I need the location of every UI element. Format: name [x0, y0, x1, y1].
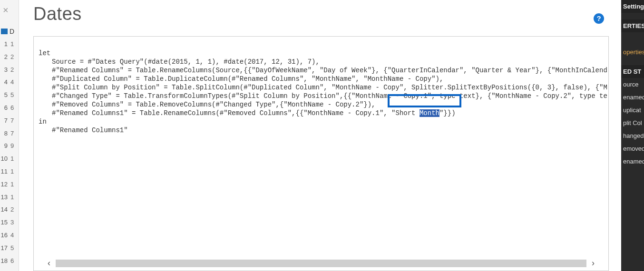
code-line: #"Removed Columns" = Table.RemoveColumns…	[39, 101, 376, 108]
applied-step[interactable]: uplicat	[621, 104, 644, 116]
scroll-left-button[interactable]: ‹	[42, 257, 56, 270]
row-number: 12	[0, 178, 10, 191]
help-icon[interactable]: ?	[594, 13, 604, 24]
settings-header: Settings	[621, 0, 644, 13]
properties-header: ERTIES	[621, 19, 644, 32]
scroll-thumb[interactable]	[56, 260, 586, 267]
row-frag: 6	[10, 102, 19, 115]
row-number: 5	[0, 89, 10, 102]
row-data-fragments: 1 2 2 4 5 6 7 7 9 1 1 1 1 2 3 4 5 6	[10, 38, 19, 267]
row-number: 14	[0, 203, 10, 216]
row-number: 18	[0, 255, 10, 268]
applied-step[interactable]: enamed	[621, 91, 644, 104]
row-number: 1	[0, 38, 10, 51]
row-frag: 4	[10, 229, 19, 242]
row-frag: 1	[10, 191, 19, 204]
advanced-editor-panel: Dates ? let Source = #"Dates Query"(#dat…	[24, 0, 618, 271]
code-line: Source = #"Dates Query"(#date(2015, 1, 1…	[39, 58, 320, 66]
row-frag: 5	[10, 242, 19, 255]
row-number: 8	[0, 127, 10, 140]
row-frag: 2	[10, 64, 19, 77]
row-number: 17	[0, 242, 10, 255]
applied-step[interactable]: ource	[621, 78, 644, 91]
row-number: 7	[0, 115, 10, 127]
code-editor[interactable]: let Source = #"Dates Query"(#date(2015, …	[33, 36, 609, 271]
selected-text: Month	[420, 109, 439, 117]
row-frag: 1	[10, 165, 19, 178]
horizontal-scrollbar[interactable]: ‹ ›	[42, 256, 600, 271]
close-icon[interactable]: ×	[3, 5, 9, 16]
page-title: Dates	[33, 4, 82, 24]
applied-steps-header: ED ST	[621, 65, 644, 78]
row-frag: 9	[10, 140, 19, 153]
table-letter: D	[10, 28, 14, 35]
query-settings-panel: Settings ERTIES operties ED ST ource ena…	[621, 0, 644, 271]
applied-step[interactable]: hanged	[621, 129, 644, 142]
scroll-right-button[interactable]: ›	[586, 257, 600, 270]
applied-step[interactable]: plit Col	[621, 116, 644, 129]
row-frag: 1	[10, 178, 19, 191]
code-line: #"Renamed Columns1" = Table.RenameColumn…	[39, 109, 456, 117]
row-frag: 6	[10, 255, 19, 268]
code-line: #"Split Column by Position" = Table.Spli…	[39, 84, 607, 91]
applied-step[interactable]: enamed	[621, 155, 644, 168]
all-properties-link[interactable]: operties	[621, 46, 644, 58]
code-line: let	[39, 49, 50, 57]
code-line: #"Renamed Columns1"	[39, 126, 128, 134]
scroll-track[interactable]	[56, 260, 586, 267]
table-icon	[1, 29, 8, 34]
row-number: 6	[0, 102, 10, 115]
row-frag: 7	[10, 115, 19, 127]
row-number-gutter: 1 2 3 4 5 6 7 8 9 10 11 12 13 14 15 16 1…	[0, 38, 10, 267]
code-line: #"Changed Type" = Table.TransformColumnT…	[39, 92, 607, 100]
row-frag: 3	[10, 216, 19, 229]
row-number: 11	[0, 165, 10, 178]
row-frag: 4	[10, 76, 19, 89]
row-frag: 2	[10, 203, 19, 216]
row-number: 15	[0, 216, 10, 229]
row-frag: 5	[10, 89, 19, 102]
row-number: 2	[0, 51, 10, 64]
code-area[interactable]: let Source = #"Dates Query"(#date(2015, …	[34, 37, 608, 256]
row-number: 4	[0, 76, 10, 89]
row-number: 9	[0, 140, 10, 153]
row-number: 10	[0, 153, 10, 165]
row-number: 3	[0, 64, 10, 77]
row-number: 13	[0, 191, 10, 204]
row-number: 16	[0, 229, 10, 242]
left-gutter: × D 1 2 3 4 5 6 7 8 9 10 11 12 13 14 15 …	[0, 0, 19, 271]
applied-step[interactable]: emoved	[621, 142, 644, 155]
code-line: #"Renamed Columns" = Table.RenameColumns…	[39, 67, 607, 74]
row-frag: 1	[10, 38, 19, 51]
row-frag: 2	[10, 51, 19, 64]
code-line: in	[39, 118, 47, 126]
row-frag: 1	[10, 153, 19, 165]
code-line: #"Duplicated Column" = Table.DuplicateCo…	[39, 75, 443, 83]
row-frag: 7	[10, 127, 19, 140]
